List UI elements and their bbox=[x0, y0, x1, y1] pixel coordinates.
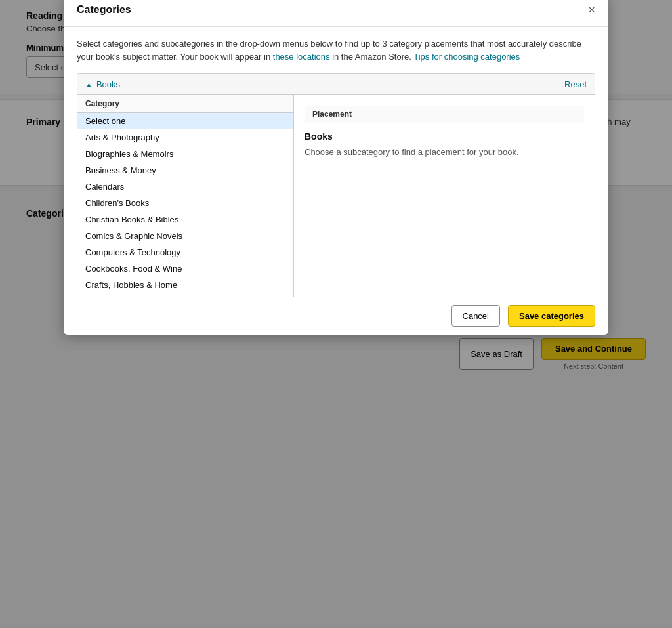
category-list-item[interactable]: Select one bbox=[77, 113, 293, 129]
modal-body: Select categories and subcategories in t… bbox=[64, 27, 608, 297]
modal-description: Select categories and subcategories in t… bbox=[77, 37, 595, 63]
modal-header: Categories × bbox=[64, 0, 608, 27]
placement-title: Books bbox=[304, 131, 584, 142]
books-caret-icon: ▲ bbox=[85, 81, 93, 89]
categories-modal: Categories × Select categories and subca… bbox=[64, 0, 608, 335]
category-list-item[interactable]: Biographies & Memoirs bbox=[77, 146, 293, 162]
modal-footer: Cancel Save categories bbox=[64, 297, 608, 335]
category-list-item[interactable]: Calendars bbox=[77, 178, 293, 195]
placement-column: Placement Books Choose a subcategory to … bbox=[294, 95, 595, 297]
reset-link[interactable]: Reset bbox=[564, 79, 587, 89]
modal-overlay: Categories × Select categories and subca… bbox=[0, 0, 672, 628]
modal-title: Categories bbox=[77, 4, 131, 16]
category-list-item[interactable]: Business & Money bbox=[77, 162, 293, 178]
save-categories-button[interactable]: Save categories bbox=[508, 305, 595, 327]
books-label: Books bbox=[96, 79, 120, 89]
books-header: ▲ Books Reset bbox=[77, 74, 595, 95]
category-list-item[interactable]: Comics & Graphic Novels bbox=[77, 228, 293, 244]
category-column: Category Select oneArts & PhotographyBio… bbox=[77, 95, 294, 297]
page-background: Reading age (Optional) Choose the younge… bbox=[0, 0, 672, 628]
category-list-item[interactable]: Cookbooks, Food & Wine bbox=[77, 261, 293, 277]
modal-desc-part2: in the Amazon Store. bbox=[332, 52, 411, 62]
tips-link[interactable]: Tips for choosing categories bbox=[413, 52, 520, 62]
cancel-button[interactable]: Cancel bbox=[452, 305, 500, 327]
placement-description: Choose a subcategory to find a placement… bbox=[304, 147, 584, 157]
category-list: Select oneArts & PhotographyBiographies … bbox=[77, 113, 293, 297]
books-section: ▲ Books Reset Category Select oneArts & … bbox=[77, 73, 595, 297]
category-list-wrapper: Select oneArts & PhotographyBiographies … bbox=[77, 113, 293, 297]
category-list-item[interactable]: Christian Books & Bibles bbox=[77, 211, 293, 228]
books-columns: Category Select oneArts & PhotographyBio… bbox=[77, 95, 595, 297]
modal-close-button[interactable]: × bbox=[588, 4, 595, 16]
category-list-item[interactable]: Computers & Technology bbox=[77, 244, 293, 261]
books-header-left[interactable]: ▲ Books bbox=[85, 79, 120, 89]
category-column-header: Category bbox=[77, 95, 293, 113]
category-list-item[interactable]: Crafts, Hobbies & Home bbox=[77, 277, 293, 293]
category-list-item[interactable]: Children's Books bbox=[77, 195, 293, 211]
placement-content: Books Choose a subcategory to find a pla… bbox=[304, 123, 584, 157]
these-locations-link[interactable]: these locations bbox=[273, 52, 330, 62]
placement-column-header: Placement bbox=[304, 106, 584, 123]
category-list-item[interactable]: Education & Teaching bbox=[77, 293, 293, 297]
category-list-item[interactable]: Arts & Photography bbox=[77, 129, 293, 146]
